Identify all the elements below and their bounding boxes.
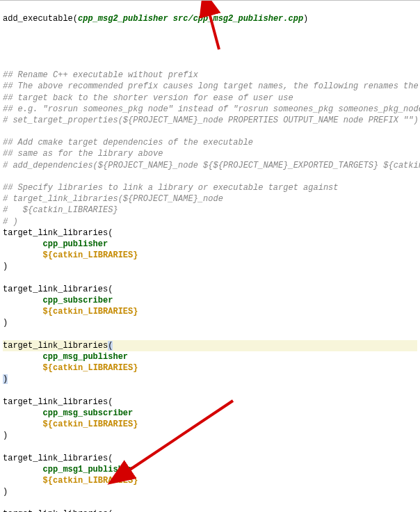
add-executable-args: cpp_msg2_publisher src/cpp_msg2_publishe… [78, 14, 303, 24]
tll-target: cpp_subscriber [43, 296, 113, 305]
fn-target-link-libraries: target_link_libraries [3, 228, 108, 238]
comment-line: # set_target_properties(${PROJECT_NAME}_… [3, 115, 419, 125]
tll-lib-var: catkin_LIBRARIES [53, 419, 133, 429]
comment-line: ## Specify libraries to link a library o… [3, 183, 338, 193]
comment-line: ## Rename C++ executable without prefix [3, 70, 198, 80]
tll-lib-var: catkin_LIBRARIES [53, 476, 133, 486]
fn-add-executable: add_executable [3, 14, 73, 24]
fn-target-link-libraries: target_link_libraries [3, 397, 108, 407]
comment-line: ## The above recommended prefix causes l… [3, 81, 419, 91]
tll-lib-var: catkin_LIBRARIES [53, 250, 133, 260]
comment-line: # ) [3, 217, 18, 227]
code-editor: add_executable(cpp_msg2_publisher src/cp… [0, 1, 420, 512]
tll-target: cpp_msg1_publisher [43, 465, 134, 474]
tll-target: cpp_msg_publisher [43, 352, 128, 362]
tll-lib-var: catkin_LIBRARIES [53, 363, 133, 373]
fn-target-link-libraries: target_link_libraries [3, 454, 108, 463]
comment-line: # add_dependencies(${PROJECT_NAME}_node … [3, 161, 420, 170]
fn-target-link-libraries: target_link_libraries [3, 509, 108, 512]
comment-line: # ${catkin_LIBRARIES} [3, 205, 118, 215]
comment-line: ## target back to the shorter version fo… [3, 93, 293, 103]
comment-line: ## same as for the library above [3, 149, 163, 159]
fn-target-link-libraries: target_link_libraries [3, 285, 108, 294]
tll-target: cpp_publisher [43, 239, 108, 249]
fn-target-link-libraries: target_link_libraries [3, 341, 108, 351]
comment-line: ## e.g. "rosrun someones_pkg node" inste… [3, 104, 420, 114]
tll-target: cpp_msg_subscriber [43, 408, 134, 418]
comment-line: ## Add cmake target dependencies of the … [3, 138, 253, 147]
comment-line: # target_link_libraries(${PROJECT_NAME}_… [3, 194, 223, 204]
tll-lib-var: catkin_LIBRARIES [53, 307, 133, 317]
